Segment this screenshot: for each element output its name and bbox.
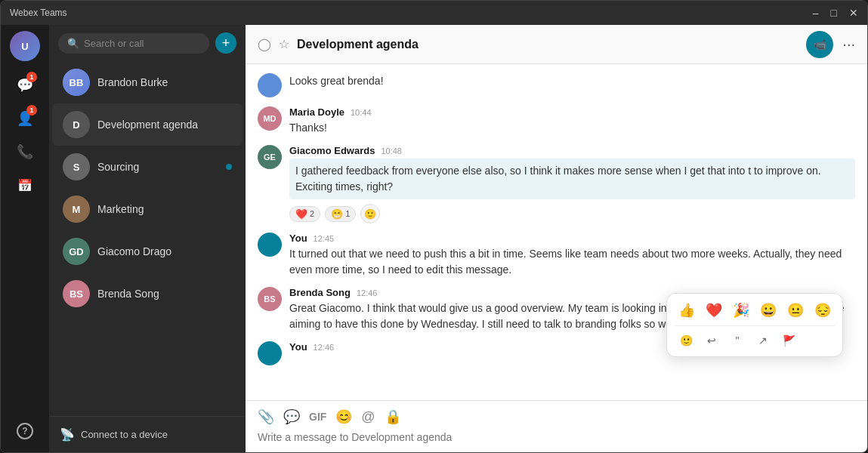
- search-bar: 🔍 +: [49, 25, 246, 61]
- message-input[interactable]: [258, 430, 855, 445]
- msg-content-4: You 12:45 It turned out that we need to …: [289, 233, 855, 278]
- contact-name-giacomo-drago: Giacomo Drago: [97, 245, 232, 257]
- messages-badge: 1: [26, 72, 37, 82]
- app-title: Webex Teams: [10, 8, 67, 18]
- reaction-smile[interactable]: 😁 1: [325, 206, 356, 222]
- forward-action[interactable]: ↗: [752, 329, 774, 352]
- more-options-button[interactable]: ···: [842, 35, 855, 53]
- msg-meta-4: You 12:45: [289, 233, 855, 244]
- msg-time-3: 10:48: [381, 146, 402, 156]
- emoji-picker-row: 👍 ❤️ 🎉 😀 😐 😔: [675, 298, 835, 322]
- contacts-nav-icon[interactable]: 👤 1: [10, 103, 40, 134]
- contact-item-brenda[interactable]: BS Brenda Song: [52, 273, 242, 315]
- contacts-panel: 🔍 + BB Brandon Burke D Development agend…: [49, 25, 246, 452]
- emoji-picker: 👍 ❤️ 🎉 😀 😐 😔 🙂 ↩: [666, 293, 843, 357]
- chat-icon[interactable]: 💬: [283, 408, 300, 425]
- connect-device-icon: 📡: [60, 427, 75, 442]
- contact-name-marketing: Marketing: [97, 203, 232, 215]
- maximize-button[interactable]: □: [831, 8, 837, 18]
- msg-sender-5: Brenda Song: [289, 287, 351, 298]
- calendar-nav-icon[interactable]: 📅 18: [10, 170, 40, 200]
- msg-content-3: Giacomo Edwards 10:48 👍 ❤️ 🎉 😀: [289, 145, 855, 223]
- icon-sidebar: U 💬 1 👤 1 📞 📅 18 ?: [1, 25, 49, 452]
- emoji-neutral[interactable]: 😐: [783, 298, 808, 322]
- contact-avatar-marketing: M: [63, 196, 90, 223]
- contact-name-brandon: Brandon Burke: [97, 76, 232, 88]
- messages-nav-icon[interactable]: 💬 1: [10, 70, 40, 100]
- video-call-button[interactable]: 📹: [806, 31, 833, 58]
- attachment-icon[interactable]: 📎: [258, 408, 274, 425]
- reaction-smile-count: 1: [345, 209, 350, 218]
- add-reaction-icon: 🙂: [364, 208, 376, 220]
- message-input-area: 📎 💬 GIF 😊 @ 🔒: [246, 400, 867, 452]
- emoji-thumbsup[interactable]: 👍: [675, 298, 699, 322]
- contact-avatar-sourcing: S: [63, 153, 90, 180]
- msg-time-6: 12:46: [314, 343, 335, 352]
- msg-avatar-1: [258, 73, 282, 97]
- unread-dot-sourcing: [226, 164, 232, 170]
- contact-item-marketing[interactable]: M Marketing: [52, 188, 242, 230]
- chat-header-actions: 📹 ···: [806, 31, 855, 58]
- reaction-heart-count: 2: [310, 209, 314, 218]
- contact-avatar-brandon: BB: [63, 69, 90, 96]
- emoji-smile[interactable]: 😀: [756, 298, 780, 322]
- mention-icon[interactable]: @: [361, 409, 375, 425]
- msg-time-5: 12:46: [357, 288, 378, 297]
- gif-icon[interactable]: GIF: [309, 411, 326, 423]
- contact-name-brenda: Brenda Song: [97, 288, 232, 300]
- msg-text-2: Thanks!: [289, 120, 855, 136]
- message-2: MD Maria Doyle 10:44 Thanks!: [258, 106, 855, 136]
- lock-icon[interactable]: 🔒: [385, 408, 401, 425]
- msg-avatar-5: BS: [258, 287, 282, 311]
- msg-avatar-self-2: [258, 341, 282, 365]
- title-bar: Webex Teams – □ ✕: [1, 1, 867, 25]
- message-1: Looks great brenda!: [258, 73, 855, 97]
- msg-time-2: 10:44: [351, 108, 372, 117]
- chat-title: Development agenda: [297, 38, 798, 51]
- reaction-heart-emoji: ❤️: [295, 208, 307, 220]
- contact-item-development[interactable]: D Development agenda: [52, 103, 242, 146]
- connect-device-bar[interactable]: 📡 Connect to a device: [49, 416, 246, 452]
- message-4: You 12:45 It turned out that we need to …: [258, 233, 855, 278]
- contact-name-development: Development agenda: [97, 119, 232, 131]
- msg-highlighted-3: 👍 ❤️ 🎉 😀 😐 😔 🙂 ↩: [289, 159, 855, 199]
- contact-item-sourcing[interactable]: S Sourcing: [52, 146, 242, 188]
- input-toolbar: 📎 💬 GIF 😊 @ 🔒: [258, 408, 855, 425]
- action-icons-row: 🙂 ↩ " ↗ 🚩: [675, 325, 835, 352]
- add-button[interactable]: +: [215, 32, 236, 54]
- connect-device-label: Connect to a device: [81, 429, 168, 440]
- help-icon[interactable]: ?: [10, 416, 40, 446]
- msg-avatar-2: MD: [258, 106, 282, 131]
- contact-item-brandon[interactable]: BB Brandon Burke: [52, 61, 242, 103]
- reply-action[interactable]: ↩: [700, 329, 723, 352]
- search-input[interactable]: [84, 38, 200, 49]
- contact-avatar-development: D: [63, 111, 90, 138]
- msg-avatar-3: GE: [258, 145, 282, 169]
- quote-action[interactable]: ": [726, 329, 749, 352]
- close-button[interactable]: ✕: [849, 8, 858, 18]
- star-icon[interactable]: ☆: [279, 37, 289, 51]
- add-reaction-action[interactable]: 🙂: [675, 329, 697, 352]
- msg-meta-3: Giacomo Edwards 10:48: [289, 145, 855, 156]
- emoji-heart[interactable]: ❤️: [702, 298, 726, 322]
- search-icon: 🔍: [67, 38, 79, 49]
- contact-avatar-giacomo-drago: GD: [63, 238, 90, 265]
- emoji-party[interactable]: 🎉: [729, 298, 753, 322]
- back-icon: ◯: [258, 37, 271, 51]
- flag-action[interactable]: 🚩: [777, 329, 800, 352]
- calls-nav-icon[interactable]: 📞: [10, 137, 40, 167]
- emoji-toolbar-icon[interactable]: 😊: [335, 408, 352, 425]
- msg-time-4: 12:45: [314, 234, 335, 243]
- window-controls: – □ ✕: [813, 8, 858, 18]
- user-avatar[interactable]: U: [10, 31, 40, 61]
- msg-sender-4: You: [289, 233, 307, 244]
- minimize-button[interactable]: –: [813, 8, 819, 18]
- emoji-sad[interactable]: 😔: [811, 298, 835, 322]
- msg-text-4: It turned out that we need to push this …: [289, 246, 855, 278]
- add-reaction-button[interactable]: 🙂: [360, 204, 380, 223]
- reaction-heart[interactable]: ❤️ 2: [289, 206, 320, 222]
- reaction-smile-emoji: 😁: [331, 208, 343, 220]
- contact-name-sourcing: Sourcing: [97, 161, 218, 173]
- messages-container: Looks great brenda! MD Maria Doyle 10:44…: [246, 64, 867, 400]
- contact-item-giacomo-drago[interactable]: GD Giacomo Drago: [52, 230, 242, 273]
